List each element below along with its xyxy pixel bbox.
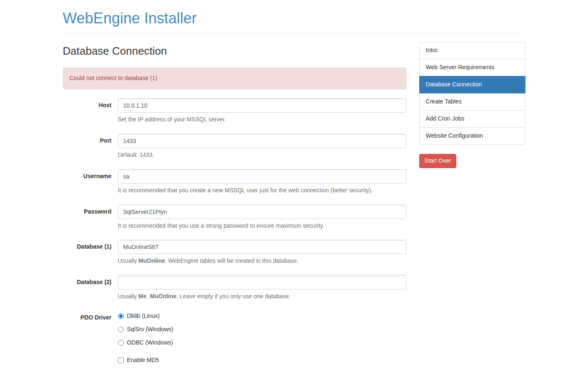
- username-input[interactable]: [118, 169, 406, 184]
- database2-help-bold: Me_MuOnline: [138, 293, 176, 300]
- error-alert-text: Could not connect to database (1): [70, 75, 158, 81]
- database2-field-row: Database (2) Usually Me_MuOnline. Leave …: [63, 275, 406, 301]
- database2-help-text: Usually Me_MuOnline. Leave empty if you …: [118, 292, 406, 301]
- username-label: Username: [83, 173, 112, 179]
- password-field-row: Password It is recommended that you use …: [63, 205, 406, 230]
- database1-label: Database (1): [77, 243, 111, 250]
- port-label: Port: [100, 137, 112, 144]
- database-connection-form: Host Set the IP address of your MSSQL se…: [63, 98, 406, 370]
- pdo-driver-label: PDO Driver: [80, 314, 112, 321]
- page-header: WebEngine Installer: [63, 0, 525, 33]
- host-input[interactable]: [118, 98, 406, 113]
- start-over-button[interactable]: Start Over: [419, 154, 457, 168]
- sidebar-item-web-server-requirements[interactable]: Web Server Requirements: [419, 59, 525, 76]
- pdo-dblib-label[interactable]: Dblib (Linux): [127, 312, 160, 320]
- main-content: Database Connection Could not connect to…: [63, 42, 406, 370]
- host-field-row: Host Set the IP address of your MSSQL se…: [63, 98, 406, 124]
- installer-container: WebEngine Installer Database Connection …: [57, 0, 532, 370]
- username-field-row: Username It is recommended that you crea…: [63, 169, 406, 195]
- port-input[interactable]: [118, 134, 406, 148]
- pdo-driver-option-sqlsrv[interactable]: SqlSrv (Windows): [118, 324, 406, 334]
- enable-md5-label[interactable]: Enable MD5: [127, 356, 159, 365]
- sidebar-item-database-connection[interactable]: Database Connection: [419, 76, 525, 93]
- pdo-driver-field-row: PDO Driver Dblib (Linux) SqlSrv (Windows…: [63, 311, 406, 370]
- port-field-row: Port Default: 1433.: [63, 134, 406, 159]
- database2-input[interactable]: [118, 275, 406, 289]
- password-input[interactable]: [118, 205, 406, 219]
- pdo-driver-option-odbc[interactable]: ODBC (Windows): [118, 337, 406, 347]
- port-help-text: Default: 1433.: [118, 151, 406, 159]
- password-label: Password: [84, 208, 111, 215]
- database2-help-suffix: . Leave empty if you only use one databa…: [176, 293, 290, 300]
- database2-help-prefix: Usually: [118, 293, 139, 300]
- pdo-sqlsrv-label[interactable]: SqlSrv (Windows): [127, 325, 173, 334]
- pdo-sqlsrv-radio[interactable]: [118, 327, 124, 332]
- database1-input[interactable]: [118, 240, 406, 254]
- sidebar-item-create-tables[interactable]: Create Tables: [419, 93, 525, 111]
- host-label: Host: [98, 102, 111, 108]
- password-help-text: It is recommended that you use a strong …: [118, 222, 406, 230]
- sidebar: Intro Web Server Requirements Database C…: [419, 42, 525, 370]
- app-title: WebEngine Installer: [63, 8, 525, 29]
- installer-steps-list: Intro Web Server Requirements Database C…: [419, 42, 525, 145]
- error-alert: Could not connect to database (1): [63, 68, 406, 89]
- database2-label: Database (2): [77, 279, 111, 285]
- database1-help-prefix: Usually: [118, 257, 139, 264]
- pdo-driver-option-dblib[interactable]: Dblib (Linux): [118, 311, 406, 320]
- sidebar-item-add-cron-jobs[interactable]: Add Cron Jobs: [419, 110, 525, 128]
- header-divider: [63, 33, 525, 33]
- database1-field-row: Database (1) Usually MuOnline. WebEngine…: [63, 240, 406, 265]
- sidebar-item-website-configuration[interactable]: Website Configuration: [419, 127, 525, 145]
- page-title: Database Connection: [63, 43, 406, 59]
- pdo-odbc-label[interactable]: ODBC (Windows): [127, 339, 173, 347]
- username-help-text: It is recommended that you create a new …: [118, 186, 406, 195]
- pdo-odbc-radio[interactable]: [118, 340, 124, 346]
- enable-md5-row[interactable]: Enable MD5: [118, 356, 406, 365]
- host-help-text: Set the IP address of your MSSQL server.: [118, 116, 406, 124]
- enable-md5-checkbox[interactable]: [118, 357, 124, 363]
- sidebar-item-intro[interactable]: Intro: [419, 42, 525, 59]
- database1-help-bold: MuOnline: [138, 257, 165, 264]
- database1-help-suffix: . WebEngine tables will be created in th…: [165, 257, 298, 264]
- database1-help-text: Usually MuOnline. WebEngine tables will …: [118, 257, 406, 265]
- pdo-dblib-radio[interactable]: [118, 313, 124, 319]
